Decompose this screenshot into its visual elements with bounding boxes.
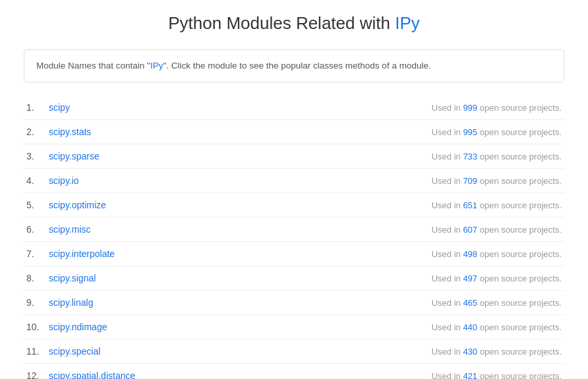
- list-item: 1. scipy Used in 999 open source project…: [24, 96, 564, 120]
- usage-count: 709: [463, 176, 477, 186]
- usage-count: 999: [463, 103, 477, 113]
- usage-count: 498: [463, 249, 477, 259]
- module-usage: Used in 465 open source projects.: [432, 298, 562, 308]
- module-list: 1. scipy Used in 999 open source project…: [24, 96, 564, 379]
- module-left: 9. scipy.linalg: [26, 297, 93, 308]
- list-item: 2. scipy.stats Used in 995 open source p…: [24, 120, 564, 144]
- module-number: 10.: [26, 322, 45, 332]
- module-link[interactable]: scipy.signal: [49, 273, 96, 283]
- module-number: 11.: [26, 346, 45, 357]
- module-number: 8.: [26, 273, 45, 283]
- module-usage: Used in 995 open source projects.: [432, 127, 562, 137]
- module-number: 7.: [26, 248, 45, 259]
- list-item: 8. scipy.signal Used in 497 open source …: [24, 266, 564, 291]
- module-link[interactable]: scipy.stats: [49, 127, 91, 137]
- module-link[interactable]: scipy.io: [49, 175, 79, 186]
- module-usage: Used in 709 open source projects.: [432, 176, 562, 186]
- list-item: 3. scipy.sparse Used in 733 open source …: [24, 144, 564, 169]
- usage-count: 651: [463, 200, 477, 210]
- module-number: 4.: [26, 175, 45, 186]
- module-number: 2.: [26, 127, 45, 137]
- info-box: Module Names that contain "IPy". Click t…: [24, 49, 564, 82]
- list-item: 4. scipy.io Used in 709 open source proj…: [24, 169, 564, 193]
- title-prefix: Python Modules Related with: [168, 13, 395, 33]
- usage-count: 497: [463, 274, 477, 283]
- usage-count: 440: [463, 322, 477, 332]
- module-link[interactable]: scipy.spatial.distance: [49, 370, 135, 379]
- usage-count: 733: [463, 152, 477, 161]
- module-number: 6.: [26, 224, 45, 235]
- module-left: 6. scipy.misc: [26, 224, 91, 235]
- module-usage: Used in 999 open source projects.: [432, 103, 562, 113]
- module-link[interactable]: scipy.special: [49, 346, 100, 357]
- page-title: Python Modules Related with IPy: [24, 13, 564, 34]
- list-item: 12. scipy.spatial.distance Used in 421 o…: [24, 364, 564, 379]
- list-item: 10. scipy.ndimage Used in 440 open sourc…: [24, 315, 564, 339]
- module-left: 2. scipy.stats: [26, 127, 91, 137]
- module-usage: Used in 440 open source projects.: [432, 322, 562, 332]
- module-link[interactable]: scipy.sparse: [49, 151, 100, 161]
- usage-count: 607: [463, 225, 477, 235]
- module-link[interactable]: scipy.ndimage: [49, 322, 107, 332]
- usage-count: 465: [463, 298, 477, 308]
- module-left: 5. scipy.optimize: [26, 200, 106, 210]
- info-text-suffix: ". Click the module to see the popular c…: [163, 61, 430, 71]
- module-number: 9.: [26, 297, 45, 308]
- title-highlight: IPy: [395, 13, 420, 33]
- module-number: 5.: [26, 200, 45, 210]
- module-left: 3. scipy.sparse: [26, 151, 100, 161]
- module-link[interactable]: scipy: [49, 102, 70, 113]
- usage-count: 421: [463, 371, 477, 379]
- module-left: 11. scipy.special: [26, 346, 100, 357]
- module-usage: Used in 733 open source projects.: [432, 152, 562, 161]
- module-usage: Used in 421 open source projects.: [432, 371, 562, 379]
- module-usage: Used in 498 open source projects.: [432, 249, 562, 259]
- list-item: 9. scipy.linalg Used in 465 open source …: [24, 291, 564, 315]
- usage-count: 430: [463, 347, 477, 357]
- module-number: 3.: [26, 151, 45, 161]
- module-left: 8. scipy.signal: [26, 273, 96, 283]
- module-link[interactable]: scipy.linalg: [49, 297, 93, 308]
- module-number: 1.: [26, 102, 45, 113]
- usage-count: 995: [463, 127, 477, 137]
- info-text-prefix: Module Names that contain ": [36, 61, 150, 71]
- module-usage: Used in 607 open source projects.: [432, 225, 562, 235]
- module-usage: Used in 430 open source projects.: [432, 347, 562, 357]
- module-usage: Used in 651 open source projects.: [432, 200, 562, 210]
- module-usage: Used in 497 open source projects.: [432, 274, 562, 283]
- module-left: 12. scipy.spatial.distance: [26, 370, 135, 379]
- module-link[interactable]: scipy.misc: [49, 224, 91, 235]
- module-left: 7. scipy.interpolate: [26, 248, 115, 259]
- list-item: 6. scipy.misc Used in 607 open source pr…: [24, 218, 564, 242]
- list-item: 11. scipy.special Used in 430 open sourc…: [24, 339, 564, 364]
- list-item: 5. scipy.optimize Used in 651 open sourc…: [24, 193, 564, 218]
- module-number: 12.: [26, 370, 45, 379]
- info-text-highlight: IPy: [150, 61, 163, 71]
- list-item: 7. scipy.interpolate Used in 498 open so…: [24, 242, 564, 266]
- module-link[interactable]: scipy.interpolate: [49, 248, 115, 259]
- module-left: 10. scipy.ndimage: [26, 322, 107, 332]
- module-left: 1. scipy: [26, 102, 70, 113]
- module-link[interactable]: scipy.optimize: [49, 200, 106, 210]
- module-left: 4. scipy.io: [26, 175, 79, 186]
